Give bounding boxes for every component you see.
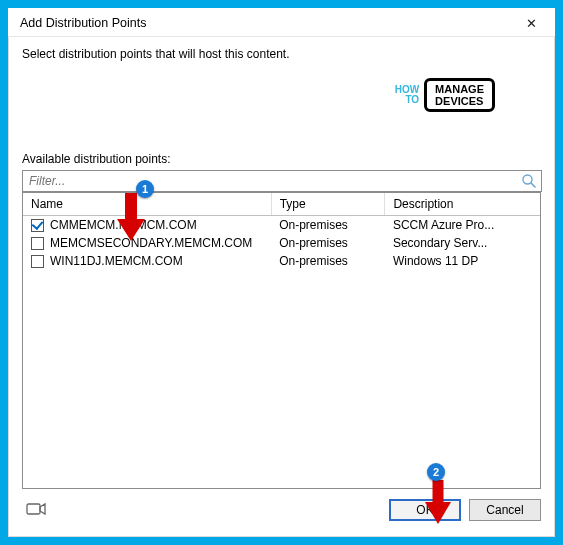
row-type: On-premises	[271, 234, 385, 252]
callout-arrow-1	[111, 191, 151, 243]
callout-badge-1: 1	[136, 180, 154, 198]
watermark-to: TO	[395, 95, 419, 105]
filter-input[interactable]	[22, 170, 542, 192]
callout-arrow-2	[421, 478, 455, 526]
close-button[interactable]: ✕	[517, 14, 545, 32]
close-icon: ✕	[526, 16, 537, 31]
table-row[interactable]: CMMEMCM.MEMCM.COMOn-premisesSCCM Azure P…	[23, 216, 540, 235]
row-description: Secondary Serv...	[385, 234, 540, 252]
row-name: WIN11DJ.MEMCM.COM	[50, 254, 183, 268]
row-checkbox[interactable]	[31, 237, 44, 250]
window-title: Add Distribution Points	[20, 16, 146, 30]
column-header-description[interactable]: Description	[385, 193, 540, 216]
table-row[interactable]: MEMCMSECONDARY.MEMCM.COMOn-premisesSecon…	[23, 234, 540, 252]
available-points-label: Available distribution points:	[22, 152, 541, 166]
callout-badge-2: 2	[427, 463, 445, 481]
watermark-manage: MANAGE	[435, 83, 484, 95]
instruction-text: Select distribution points that will hos…	[22, 47, 541, 61]
dialog-footer: OK Cancel	[22, 489, 541, 521]
row-type: On-premises	[271, 252, 385, 270]
row-description: Windows 11 DP	[385, 252, 540, 270]
watermark-devices: DEVICES	[435, 95, 484, 107]
row-type: On-premises	[271, 216, 385, 235]
watermark: HOW TO MANAGE DEVICES	[395, 78, 495, 112]
dialog-window: Add Distribution Points ✕ Select distrib…	[8, 8, 555, 537]
row-checkbox[interactable]	[31, 219, 44, 232]
table-row[interactable]: WIN11DJ.MEMCM.COMOn-premisesWindows 11 D…	[23, 252, 540, 270]
cancel-button[interactable]: Cancel	[469, 499, 541, 521]
options-icon[interactable]	[22, 501, 46, 520]
row-checkbox[interactable]	[31, 255, 44, 268]
distribution-points-table: Name Type Description CMMEMCM.MEMCM.COMO…	[22, 192, 541, 489]
svg-rect-2	[27, 504, 40, 514]
column-header-type[interactable]: Type	[271, 193, 385, 216]
row-description: SCCM Azure Pro...	[385, 216, 540, 235]
row-name: MEMCMSECONDARY.MEMCM.COM	[50, 236, 252, 250]
titlebar: Add Distribution Points ✕	[8, 8, 555, 37]
